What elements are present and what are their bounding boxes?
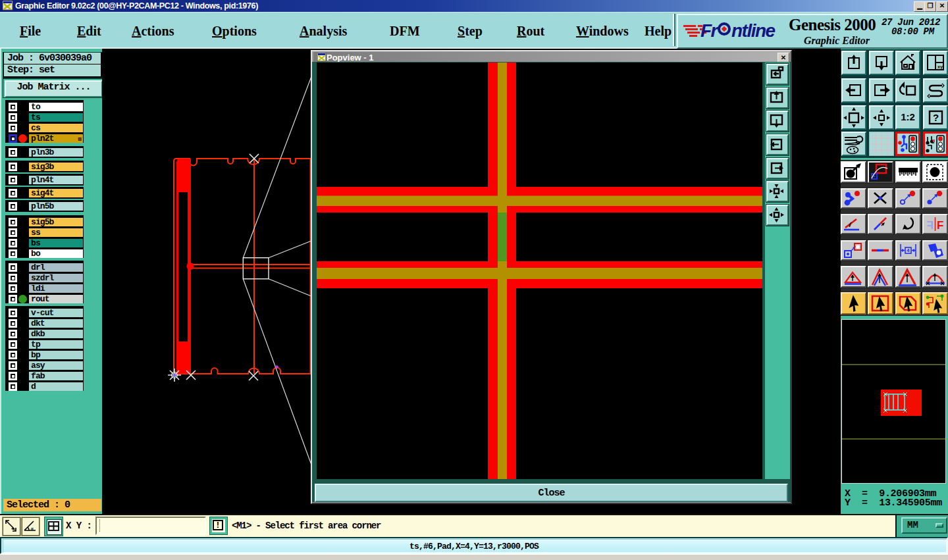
svg-text:?: ? [933,112,939,123]
svg-text:xy: xy [937,64,943,70]
svg-text:α: α [31,526,34,531]
svg-text:F: F [927,219,934,232]
svg-text:4: 4 [907,247,910,253]
svg-text:F: F [937,219,943,232]
